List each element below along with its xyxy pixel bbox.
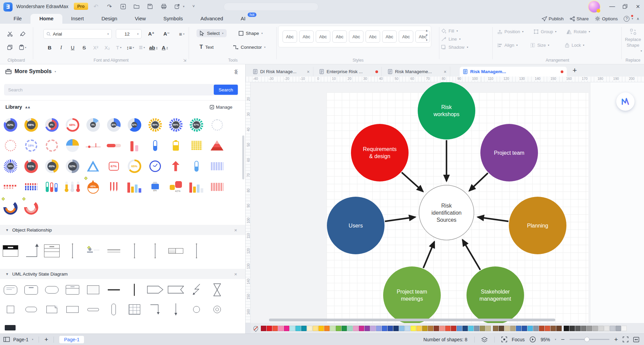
panel-title[interactable]: More Symbols (15, 68, 51, 74)
library-symbol[interactable] (186, 135, 207, 156)
color-swatch[interactable] (272, 326, 278, 331)
shape-vbar[interactable] (124, 284, 145, 296)
menu-insert[interactable]: Insert (62, 14, 93, 24)
section-object-relationship[interactable]: ▼ Object Relationship × (0, 225, 245, 235)
export-caret-icon[interactable]: ▾ (183, 5, 185, 8)
library-collapse-icon[interactable]: ▲▲ (24, 105, 30, 109)
menu-home[interactable]: Home (30, 14, 62, 24)
color-swatch[interactable] (370, 326, 376, 331)
library-symbol[interactable]: 67% (103, 156, 124, 176)
shape-object[interactable] (83, 246, 103, 256)
shape-corner[interactable] (145, 303, 165, 316)
document-tab-2[interactable]: Enterprise Risk ... (316, 67, 382, 77)
color-swatch[interactable] (581, 326, 586, 331)
export-icon[interactable] (173, 2, 182, 11)
strikethrough-button[interactable]: S (79, 43, 90, 52)
shape-state[interactable] (21, 285, 41, 295)
paste-icon[interactable]: ▾ (18, 43, 28, 52)
diagram-node[interactable]: Requirements& design (351, 124, 409, 181)
color-swatch[interactable] (539, 326, 544, 331)
color-swatch[interactable] (347, 326, 353, 331)
replace-caret-icon[interactable]: ▾ (641, 49, 642, 52)
library-symbol[interactable] (207, 135, 227, 156)
document-tab-1[interactable]: DI Risk Manage...× (250, 67, 313, 77)
diagram-node[interactable]: Users (327, 197, 385, 254)
menu-symbols[interactable]: Symbols (154, 14, 192, 24)
replace-shape-button[interactable] (622, 28, 644, 35)
library-symbol[interactable] (124, 176, 145, 197)
library-symbol[interactable]: 62% (124, 114, 145, 135)
style-chip-6[interactable]: Abc (366, 30, 380, 43)
color-swatch[interactable] (621, 326, 627, 331)
color-swatch[interactable] (336, 326, 341, 331)
panel-scrollbar[interactable] (242, 135, 244, 179)
library-symbol[interactable]: 9% (83, 114, 103, 135)
library-symbol[interactable]: 6% (145, 176, 165, 197)
styles-up-icon[interactable]: ▲ (425, 29, 428, 32)
symbol-search-input[interactable] (4, 84, 238, 95)
more-commands-icon[interactable]: ˅ (189, 2, 198, 11)
open-folder-icon[interactable] (132, 2, 141, 11)
library-symbol[interactable]: 18% (21, 135, 41, 156)
library-symbol[interactable] (0, 176, 21, 197)
line-spacing-icon[interactable]: ↕≡▾ (125, 43, 136, 52)
section-collapse-icon[interactable]: ▼ (5, 272, 9, 276)
fit-width-icon[interactable] (633, 337, 639, 342)
fullscreen-icon[interactable] (623, 337, 628, 342)
library-symbol[interactable]: 52% (62, 156, 83, 176)
library-symbol[interactable] (165, 135, 186, 156)
size-button[interactable]: Size▾ (530, 43, 549, 48)
color-swatch[interactable] (569, 326, 575, 331)
color-swatch[interactable] (422, 326, 428, 331)
diagram-node[interactable]: Planning (509, 197, 566, 254)
color-swatch[interactable] (545, 326, 550, 331)
zoom-value[interactable]: 95% (541, 337, 550, 342)
partial-shape[interactable] (5, 325, 16, 330)
library-symbol[interactable]: 65% (124, 156, 145, 176)
text-tool[interactable]: T Text (196, 43, 217, 51)
text-style-button[interactable]: T▾ (113, 43, 124, 52)
focus-icon[interactable] (501, 337, 507, 342)
shape-circle[interactable] (186, 306, 207, 313)
section-close-icon[interactable]: × (234, 271, 237, 277)
library-symbol[interactable]: 45% (41, 156, 62, 176)
manage-button[interactable]: Manage (210, 105, 232, 110)
shape-rounded_sm[interactable] (21, 307, 41, 312)
color-swatch[interactable] (341, 326, 347, 331)
library-symbol[interactable] (207, 176, 227, 197)
shape-elbow[interactable] (21, 243, 41, 259)
presentation-icon[interactable] (529, 336, 536, 343)
library-symbol[interactable] (62, 176, 83, 197)
color-swatch[interactable] (445, 326, 451, 331)
color-swatch[interactable] (411, 326, 416, 331)
group-button[interactable]: Group▾ (534, 29, 556, 34)
color-swatch[interactable] (598, 326, 604, 331)
color-swatch[interactable] (330, 326, 335, 331)
panel-title-caret-icon[interactable]: ▾ (55, 70, 56, 73)
color-swatch[interactable] (393, 326, 399, 331)
library-symbol[interactable] (165, 156, 186, 176)
titlebar-search-area[interactable] (224, 3, 318, 11)
style-chip-2[interactable]: Abc (299, 30, 314, 43)
color-swatch[interactable] (307, 326, 312, 331)
library-symbol[interactable] (207, 114, 227, 135)
color-swatch[interactable] (457, 326, 462, 331)
library-symbol[interactable] (83, 135, 103, 156)
shadow-button[interactable]: Shadow▾ (441, 45, 492, 50)
copy-icon[interactable] (5, 43, 15, 52)
styles-more-icon[interactable]: ⇟ (425, 38, 428, 42)
color-swatch[interactable] (301, 326, 307, 331)
shape-card[interactable] (83, 285, 103, 294)
color-swatch[interactable] (493, 326, 498, 331)
color-swatch[interactable] (499, 326, 504, 331)
redo-icon[interactable]: ↷ (105, 2, 114, 11)
color-swatch[interactable] (564, 326, 569, 331)
color-swatch[interactable] (610, 326, 615, 331)
library-symbol[interactable] (41, 176, 62, 197)
shape-note[interactable] (41, 306, 62, 313)
select-tool[interactable]: Select▾ (196, 29, 227, 37)
tabbar-collapse-icon[interactable]: « (234, 67, 237, 74)
rotate-button[interactable]: Rotate▾ (566, 29, 590, 34)
library-symbol[interactable] (21, 176, 41, 197)
style-chip-1[interactable]: Abc (283, 30, 297, 43)
